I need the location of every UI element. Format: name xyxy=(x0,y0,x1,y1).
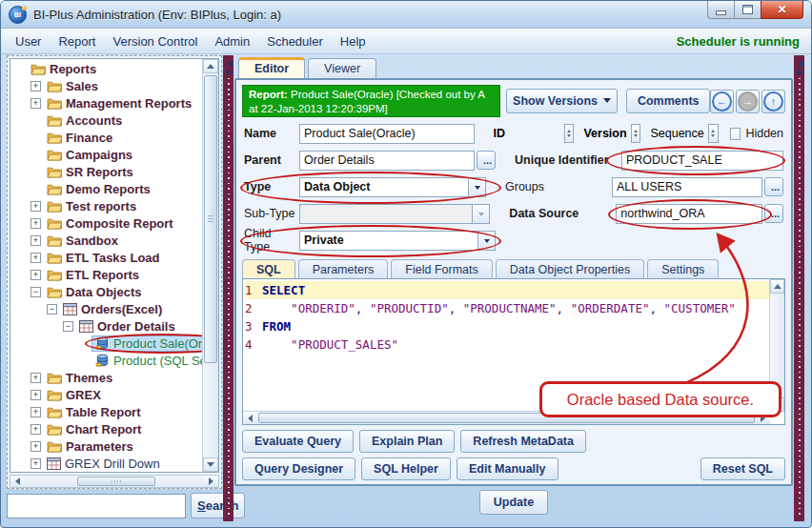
tree-item-test-reports[interactable]: +Test reports xyxy=(11,197,202,214)
scrollbar-thumb[interactable] xyxy=(77,477,155,486)
menu-version-control[interactable]: Version Control xyxy=(104,31,206,51)
tree-expander[interactable]: + xyxy=(30,218,41,229)
tab-data-object-properties[interactable]: Data Object Properties xyxy=(496,259,644,278)
explain-plan-button[interactable]: Explain Plan xyxy=(359,430,455,453)
tree-item-management-reports[interactable]: +Management Reports xyxy=(11,94,202,112)
tree-item-sr-reports[interactable]: SR Reports xyxy=(11,163,202,180)
tree-item-order-details[interactable]: −Order Details xyxy=(11,317,202,335)
tree-item-grex-drill-down[interactable]: +GREX Drill Down xyxy=(11,455,202,471)
tree-expander[interactable]: − xyxy=(30,287,41,297)
scroll-up-button[interactable] xyxy=(203,59,218,73)
tree-item-grex[interactable]: +GREX xyxy=(11,386,202,403)
scroll-left-button[interactable] xyxy=(243,412,257,424)
subtype-dropdown[interactable] xyxy=(299,204,490,224)
tree-item-data-objects[interactable]: −Data Objects xyxy=(11,283,202,300)
menu-admin[interactable]: Admin xyxy=(206,31,258,51)
type-dropdown[interactable]: Data Object xyxy=(299,177,486,197)
tree-expander[interactable]: + xyxy=(30,424,41,435)
menu-report[interactable]: Report xyxy=(50,31,104,51)
name-field[interactable] xyxy=(299,124,475,144)
tree-expander[interactable]: + xyxy=(30,373,41,383)
back-button[interactable]: ← xyxy=(710,90,734,113)
tree-item-product-sale-oracle[interactable]: Product Sale(Oracle) xyxy=(11,335,202,352)
unique-identifier-field[interactable] xyxy=(621,151,783,171)
scroll-up-button[interactable] xyxy=(770,279,784,294)
groups-browse-button[interactable]: ... xyxy=(764,177,783,196)
id-spinner[interactable] xyxy=(564,124,575,143)
tree-expander[interactable]: + xyxy=(30,81,41,91)
tree-horizontal-scrollbar[interactable] xyxy=(10,475,219,488)
tree-item-chart-report[interactable]: +Chart Report xyxy=(11,420,202,437)
update-row: Update xyxy=(234,486,793,518)
tab-parameters[interactable]: Parameters xyxy=(298,259,389,278)
up-button[interactable]: ↑ xyxy=(761,90,785,113)
tree-item-orders-excel[interactable]: −Orders(Excel) xyxy=(11,300,202,317)
tree-expander[interactable]: + xyxy=(30,458,41,469)
groups-field[interactable] xyxy=(612,177,762,197)
chevron-down-icon[interactable] xyxy=(468,178,485,196)
tree-expander[interactable]: + xyxy=(30,441,41,452)
tab-viewer[interactable]: Viewer xyxy=(308,58,376,78)
data-source-field[interactable] xyxy=(616,204,762,224)
tree-item-table-report[interactable]: +Table Report xyxy=(11,403,202,420)
evaluate-query-button[interactable]: Evaluate Query xyxy=(242,430,354,453)
menu-help[interactable]: Help xyxy=(332,31,375,51)
sql-helper-button[interactable]: SQL Helper xyxy=(361,457,451,480)
tree-item-etl-tasks-load[interactable]: +ETL Tasks Load xyxy=(11,249,202,266)
scroll-left-button[interactable] xyxy=(10,476,25,487)
tree-item-product-sql-server[interactable]: Product (SQL Server) xyxy=(11,352,202,369)
scroll-down-button[interactable] xyxy=(203,457,218,472)
tree-item-sandbox[interactable]: +Sandbox xyxy=(11,232,202,249)
scroll-right-button[interactable] xyxy=(204,476,218,487)
tree-item-themes[interactable]: +Themes xyxy=(11,369,202,386)
edit-manually-button[interactable]: Edit Manually xyxy=(457,457,558,480)
parent-field[interactable] xyxy=(299,151,475,171)
tree-expander[interactable]: − xyxy=(63,321,73,332)
tab-sql[interactable]: SQL xyxy=(242,259,295,278)
chevron-down-icon[interactable] xyxy=(477,232,495,250)
tree-expander[interactable]: + xyxy=(30,201,41,212)
tree-expander[interactable]: + xyxy=(30,235,41,246)
menu-user[interactable]: User xyxy=(7,31,50,51)
tree-item-parameters[interactable]: +Parameters xyxy=(11,437,202,455)
search-input[interactable] xyxy=(7,494,186,518)
forward-button[interactable]: → xyxy=(736,90,760,113)
child-type-dropdown[interactable]: Private xyxy=(299,231,496,251)
right-splitter[interactable] xyxy=(794,55,804,521)
tab-settings[interactable]: Settings xyxy=(647,259,719,278)
menu-scheduler[interactable]: Scheduler xyxy=(258,31,332,51)
data-source-browse-button[interactable]: ... xyxy=(764,204,783,223)
tree-item-demo-reports[interactable]: Demo Reports xyxy=(11,180,202,197)
update-button[interactable]: Update xyxy=(479,490,548,515)
tree-expander[interactable]: + xyxy=(30,98,41,109)
tree-expander[interactable]: + xyxy=(30,253,41,263)
tree-expander[interactable]: − xyxy=(47,304,57,315)
tree-item-accounts[interactable]: Accounts xyxy=(11,112,202,129)
minimize-button[interactable] xyxy=(707,1,735,19)
query-designer-button[interactable]: Query Designer xyxy=(242,457,355,480)
show-versions-button[interactable]: Show Versions xyxy=(506,89,619,113)
reset-sql-button[interactable]: Reset SQL xyxy=(700,457,785,480)
refresh-metadata-button[interactable]: Refresh MetaData xyxy=(460,430,586,453)
sequence-spinner[interactable] xyxy=(708,124,719,143)
scrollbar-thumb[interactable] xyxy=(204,75,217,363)
left-splitter[interactable] xyxy=(223,55,233,521)
comments-button[interactable]: Comments xyxy=(626,89,710,113)
tree-expander[interactable]: + xyxy=(30,390,41,400)
tree-item-sales[interactable]: +Sales xyxy=(11,77,202,94)
tree-expander[interactable]: + xyxy=(30,270,41,280)
version-spinner[interactable] xyxy=(631,124,641,143)
parent-browse-button[interactable]: ... xyxy=(477,151,496,170)
tree-item-etl-reports[interactable]: +ETL Reports xyxy=(11,266,202,283)
tab-field-formats[interactable]: Field Formats xyxy=(391,259,492,278)
tree-item-composite-report[interactable]: +Composite Report xyxy=(11,214,202,232)
hidden-checkbox[interactable] xyxy=(730,128,741,140)
tree-item-campaigns[interactable]: Campaigns xyxy=(11,146,202,163)
maximize-button[interactable] xyxy=(735,1,761,19)
tab-editor[interactable]: Editor xyxy=(238,57,305,78)
tree-item-finance[interactable]: Finance xyxy=(11,129,202,146)
tree-expander[interactable]: + xyxy=(30,407,41,417)
tree-item-reports[interactable]: Reports xyxy=(11,60,202,77)
close-button[interactable]: ✕ xyxy=(761,1,803,19)
tree-vertical-scrollbar[interactable] xyxy=(202,59,218,472)
